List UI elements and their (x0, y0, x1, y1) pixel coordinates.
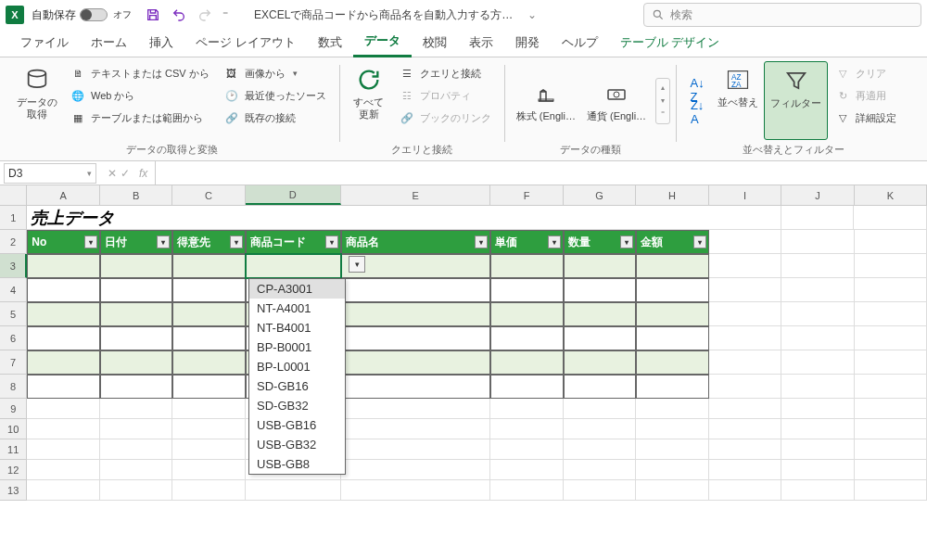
cell[interactable] (781, 206, 855, 230)
dropdown-item[interactable]: BP-L0001 (249, 357, 345, 376)
cell[interactable] (636, 302, 708, 326)
cell[interactable] (709, 460, 781, 480)
col-header[interactable]: H (636, 185, 708, 205)
cell[interactable] (636, 278, 708, 302)
save-button[interactable] (145, 6, 161, 23)
cell[interactable] (855, 278, 927, 302)
cell[interactable] (172, 350, 245, 375)
cell[interactable] (636, 480, 708, 501)
cell[interactable] (855, 350, 927, 375)
table-header-no[interactable]: No▾ (27, 230, 99, 254)
cell[interactable] (709, 480, 781, 501)
cell[interactable] (709, 254, 781, 278)
cell[interactable] (172, 439, 245, 460)
dropdown-item[interactable]: SD-GB16 (249, 376, 345, 396)
dropdown-item[interactable]: BP-B0001 (249, 337, 345, 357)
cell[interactable] (636, 439, 708, 460)
cell[interactable] (27, 278, 99, 302)
cell[interactable] (636, 375, 708, 399)
from-web-button[interactable]: 🌐Web から (67, 85, 213, 106)
dropdown-item[interactable]: CP-A3001 (249, 279, 345, 299)
cell[interactable] (709, 375, 781, 399)
filter-dropdown-icon[interactable]: ▾ (325, 235, 338, 248)
cell[interactable] (564, 480, 636, 501)
table-header-unit-price[interactable]: 単価▾ (490, 230, 563, 254)
cell[interactable] (100, 326, 172, 350)
col-header[interactable]: I (709, 185, 781, 205)
cell[interactable] (341, 460, 491, 480)
col-header[interactable]: E (341, 185, 491, 205)
row-header[interactable]: 6 (0, 326, 27, 350)
formula-input[interactable] (156, 161, 927, 185)
cell[interactable] (564, 460, 636, 480)
cell[interactable] (100, 278, 172, 302)
cell[interactable] (490, 480, 563, 501)
row-header[interactable]: 12 (0, 460, 27, 480)
cell[interactable] (490, 460, 563, 480)
table-header-customer[interactable]: 得意先▾ (172, 230, 245, 254)
cell[interactable] (100, 350, 172, 375)
cell[interactable] (564, 419, 636, 439)
cell[interactable] (341, 350, 491, 375)
col-header[interactable]: F (490, 185, 563, 205)
cell[interactable] (855, 326, 927, 350)
filter-button[interactable]: フィルター (764, 61, 828, 140)
cell[interactable] (709, 399, 781, 419)
chevron-down-icon[interactable]: ⌄ (527, 8, 537, 21)
row-header[interactable]: 13 (0, 480, 27, 501)
cell[interactable] (564, 254, 636, 278)
cell[interactable] (855, 480, 927, 501)
toggle-switch-icon[interactable] (80, 8, 108, 21)
tab-developer[interactable]: 開発 (504, 29, 551, 57)
cell[interactable] (709, 302, 781, 326)
search-input[interactable]: 検索 (643, 3, 921, 27)
cell[interactable] (100, 375, 172, 399)
cell[interactable] (636, 460, 708, 480)
cell[interactable] (27, 326, 99, 350)
cell[interactable] (854, 206, 927, 230)
tab-review[interactable]: 校閲 (412, 29, 458, 57)
row-header[interactable]: 5 (0, 302, 27, 326)
cell[interactable] (781, 230, 854, 254)
cell[interactable] (172, 302, 245, 326)
sort-button[interactable]: AZZA 並べ替え (712, 61, 764, 140)
cell[interactable] (564, 399, 636, 419)
title-cell[interactable]: 売上データ (27, 206, 708, 230)
cell[interactable] (636, 399, 708, 419)
tab-table-design[interactable]: テーブル デザイン (609, 29, 731, 57)
cell[interactable] (781, 302, 854, 326)
cell[interactable] (564, 350, 636, 375)
gallery-more-icon[interactable]: ⁼ (657, 108, 668, 120)
cell[interactable] (27, 460, 99, 480)
gallery-nav[interactable]: ▴ ▾ ⁼ (655, 78, 670, 124)
cell[interactable] (27, 419, 99, 439)
cell[interactable] (781, 375, 854, 399)
currencies-button[interactable]: 通貨 (Engli… (581, 75, 652, 126)
row-header[interactable]: 3 (0, 254, 27, 278)
cell[interactable] (709, 439, 781, 460)
cell[interactable] (708, 206, 781, 230)
cell[interactable] (27, 480, 99, 501)
table-header-product-code[interactable]: 商品コード▾ (246, 230, 341, 254)
cell[interactable] (100, 419, 172, 439)
cell[interactable] (341, 278, 491, 302)
cell[interactable] (100, 460, 172, 480)
cell[interactable] (781, 326, 854, 350)
cell[interactable] (27, 254, 99, 278)
cell[interactable] (781, 439, 854, 460)
cell[interactable] (341, 399, 491, 419)
cell[interactable] (100, 399, 172, 419)
tab-insert[interactable]: 挿入 (138, 29, 184, 57)
select-all-corner[interactable] (0, 185, 27, 205)
cell[interactable] (27, 302, 99, 326)
filter-dropdown-icon[interactable]: ▾ (693, 235, 706, 248)
redo-button[interactable] (197, 6, 213, 23)
cell[interactable] (709, 419, 781, 439)
cell[interactable] (172, 460, 245, 480)
sort-asc-button[interactable]: A↓Z (686, 80, 708, 100)
get-data-button[interactable]: データの 取得 (11, 61, 63, 140)
cell[interactable] (341, 419, 491, 439)
cell[interactable] (27, 375, 99, 399)
name-box[interactable]: D3 ▾ (4, 163, 96, 184)
table-header-date[interactable]: 日付▾ (100, 230, 172, 254)
